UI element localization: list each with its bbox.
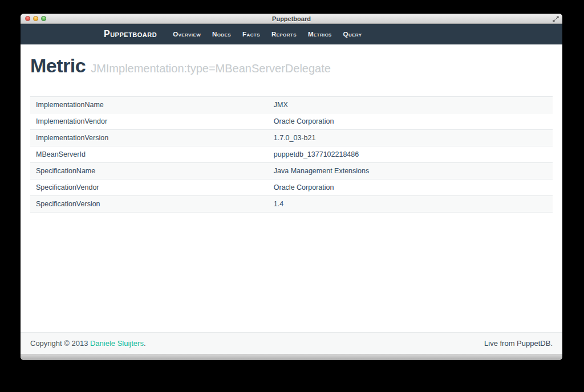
page-heading: MetricJMImplementation:type=MBeanServerD… [30,53,553,82]
metric-key-cell: SpecificationName [30,163,268,179]
nav-item-reports[interactable]: Reports [266,31,302,38]
metric-value-cell: JMX [268,97,553,113]
minimize-button[interactable] [33,16,38,21]
table-row: SpecificationVersion 1.4 [30,196,553,213]
nav-item-overview[interactable]: Overview [167,31,206,38]
metric-value-cell: Java Management Extensions [268,163,553,179]
window-title: Puppetboard [272,15,311,22]
nav-item-nodes[interactable]: Nodes [206,31,237,38]
table-row: SpecificationVendor Oracle Corporation [30,179,553,196]
copyright-text: Copyright © 2013 Daniele Sluijters. [30,339,146,348]
close-button[interactable] [25,16,30,21]
main-content: MetricJMImplementation:type=MBeanServerD… [21,44,562,332]
footer-author-link[interactable]: Daniele Sluijters [90,339,144,348]
copyright-suffix: . [144,339,146,348]
page-title: Metric [30,55,86,76]
nav-item-metrics[interactable]: Metrics [302,31,338,38]
page-subtitle: JMImplementation:type=MBeanServerDelegat… [91,62,331,75]
metric-key-cell: ImplementationVersion [30,130,268,146]
window-controls [25,14,46,23]
footer: Copyright © 2013 Daniele Sluijters. Live… [21,332,562,354]
app-window: Puppetboard Puppetboard Overview Nodes F… [21,14,562,360]
metric-value-cell: Oracle Corporation [268,179,553,196]
metric-value-cell: 1.7.0_03-b21 [268,130,553,146]
metric-key-cell: ImplementationName [30,97,268,113]
table-row: SpecificationName Java Management Extens… [30,163,553,179]
metric-key-cell: SpecificationVendor [30,179,268,196]
navbar: Puppetboard Overview Nodes Facts Reports… [21,24,562,44]
fullscreen-button[interactable] [552,15,559,22]
table-row: ImplementationVersion 1.7.0_03-b21 [30,130,553,146]
metric-value-cell: Oracle Corporation [268,113,553,130]
zoom-button[interactable] [41,16,46,21]
metric-key-cell: ImplementationVendor [30,113,268,130]
window-titlebar[interactable]: Puppetboard [21,14,562,24]
metric-value-cell: 1.4 [268,196,553,213]
metric-table: ImplementationName JMX ImplementationVen… [30,96,553,213]
metric-key-cell: MBeanServerId [30,146,268,163]
live-from-puppetdb-text: Live from PuppetDB. [484,339,553,348]
navbar-brand[interactable]: Puppetboard [104,29,167,39]
metric-key-cell: SpecificationVersion [30,196,268,213]
copyright-prefix: Copyright © 2013 [30,339,90,348]
table-row: ImplementationVendor Oracle Corporation [30,113,553,130]
table-row: ImplementationName JMX [30,97,553,113]
metric-value-cell: puppetdb_1377102218486 [268,146,553,163]
fullscreen-icon [553,16,559,22]
window-bottom-edge [21,354,562,360]
nav-item-facts[interactable]: Facts [237,31,266,38]
table-row: MBeanServerId puppetdb_1377102218486 [30,146,553,163]
nav-item-query[interactable]: Query [338,31,368,38]
